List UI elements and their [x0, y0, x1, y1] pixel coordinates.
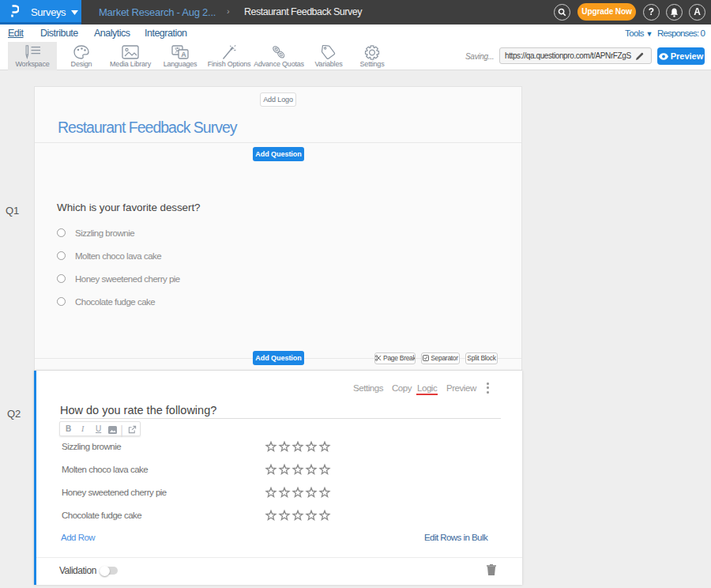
svg-text:A: A	[181, 51, 186, 58]
